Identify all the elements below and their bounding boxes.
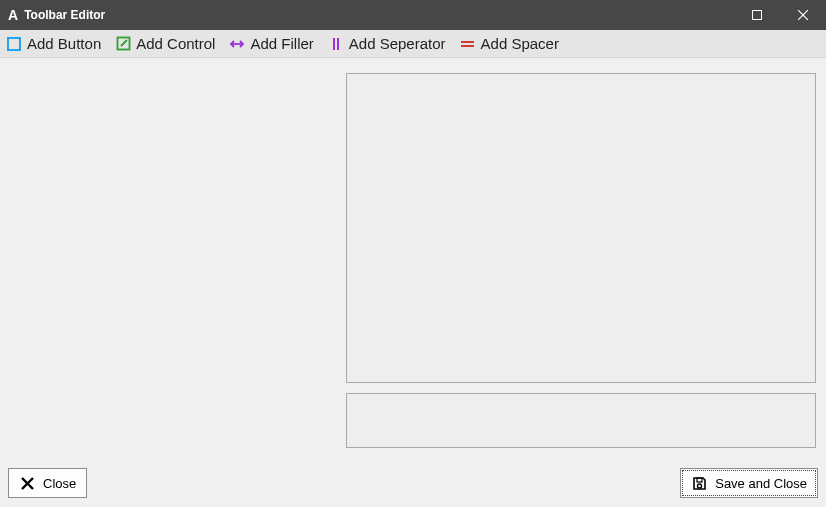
footer: Close Save and Close [0,467,826,507]
add-button-label: Add Button [27,35,101,52]
add-control-label: Add Control [136,35,215,52]
close-window-button[interactable] [780,0,826,30]
svg-point-14 [697,484,701,488]
spacer-icon [460,36,476,52]
properties-panel[interactable] [346,393,816,448]
close-icon [798,10,808,20]
save-and-close-button[interactable]: Save and Close [680,468,818,498]
add-separator-label: Add Seperator [349,35,446,52]
preview-panel[interactable] [346,73,816,383]
add-filler-label: Add Filler [250,35,313,52]
add-separator-item[interactable]: Add Seperator [328,35,446,52]
square-icon [6,36,22,52]
svg-line-5 [121,40,127,46]
add-control-item[interactable]: Add Control [115,35,215,52]
horizontal-arrows-icon [229,36,245,52]
add-spacer-item[interactable]: Add Spacer [460,35,559,52]
app-icon: A [8,7,18,23]
edit-square-icon [115,36,131,52]
add-button-item[interactable]: Add Button [6,35,101,52]
add-spacer-label: Add Spacer [481,35,559,52]
close-label: Close [43,476,76,491]
titlebar: A Toolbar Editor [0,0,826,30]
svg-rect-3 [8,38,20,50]
x-icon [19,475,35,491]
save-icon [691,475,707,491]
close-button[interactable]: Close [8,468,87,498]
maximize-button[interactable] [734,0,780,30]
main-area [0,58,826,467]
separator-icon [328,36,344,52]
svg-rect-0 [753,11,762,20]
toolbar: Add Button Add Control Add Filler A [0,30,826,58]
maximize-icon [752,10,762,20]
window-title: Toolbar Editor [24,8,105,22]
add-filler-item[interactable]: Add Filler [229,35,313,52]
save-and-close-label: Save and Close [715,476,807,491]
